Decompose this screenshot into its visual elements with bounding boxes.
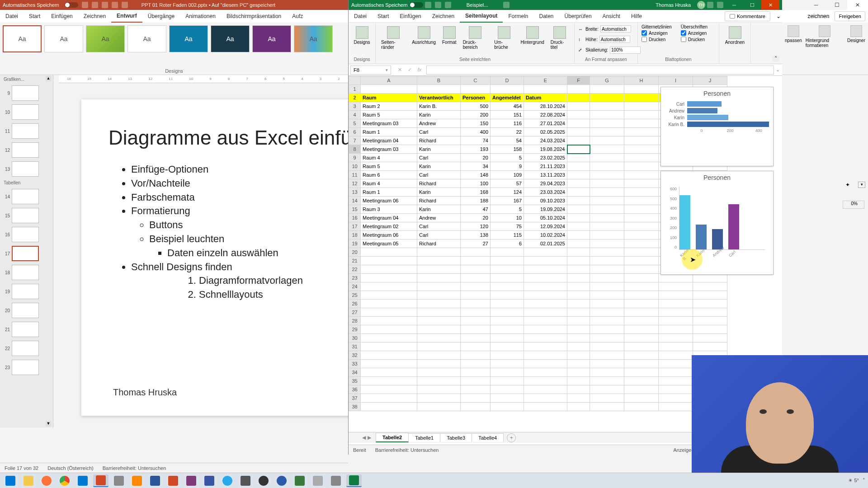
tab-seitenlayout[interactable]: Seitenlayout	[460, 10, 503, 23]
cell[interactable]: Raum 5	[361, 111, 417, 119]
cell[interactable]: Meetingraum 05	[361, 239, 417, 248]
cell[interactable]	[417, 343, 461, 351]
accessibility-check[interactable]: Barrierefreiheit: Untersuchen	[375, 447, 439, 453]
tab-aufzeichnen-end[interactable]: zeichnen	[805, 10, 832, 22]
cell[interactable]	[590, 136, 624, 145]
cell[interactable]	[361, 351, 417, 360]
cell[interactable]	[659, 403, 693, 411]
cell[interactable]	[361, 300, 417, 308]
column-header[interactable]: J	[693, 76, 727, 85]
tab-zeichnen[interactable]: Zeichnen	[78, 10, 111, 22]
cell[interactable]	[461, 317, 491, 325]
design-theme-1[interactable]: Aa	[3, 25, 42, 52]
cell[interactable]	[361, 291, 417, 300]
taskbar-vlc[interactable]	[129, 474, 145, 487]
cell[interactable]: 20	[461, 154, 491, 162]
autosave-toggle[interactable]	[410, 2, 423, 8]
cell[interactable]	[417, 334, 461, 343]
chart-personen-bar[interactable]: Personen CarlAndrewKarinKarin B. 0200400	[660, 87, 774, 166]
cell[interactable]	[624, 111, 659, 119]
cell[interactable]	[361, 248, 417, 257]
cell[interactable]	[624, 343, 659, 351]
column-header[interactable]: H	[624, 76, 659, 85]
tab-ansicht[interactable]: Ansicht	[597, 10, 626, 22]
cell[interactable]	[693, 343, 727, 351]
taskbar-onenote[interactable]	[165, 474, 181, 487]
user-avatar[interactable]: TH	[697, 1, 705, 9]
cell[interactable]	[361, 385, 417, 394]
cell[interactable]	[590, 188, 624, 197]
cell[interactable]	[567, 403, 590, 411]
thumb-scroll-up[interactable]: ▲	[46, 76, 51, 81]
row-header[interactable]: 7	[349, 136, 361, 145]
accept-formula-icon[interactable]: ✓	[406, 67, 414, 73]
slide-thumbnail[interactable]: 16	[0, 225, 53, 244]
cell[interactable]	[567, 111, 590, 119]
cell[interactable]: 109	[491, 171, 524, 179]
cell[interactable]	[590, 248, 624, 257]
cell[interactable]	[417, 377, 461, 385]
tab-daten[interactable]: Daten	[533, 10, 559, 22]
cell[interactable]: 27.01.2024	[524, 119, 567, 128]
margins-button[interactable]: Seiten-ränder	[379, 24, 407, 52]
cell[interactable]	[693, 325, 727, 334]
cell[interactable]: 158	[491, 145, 524, 154]
minimize-button[interactable]: ─	[806, 0, 826, 10]
column-header[interactable]: D	[491, 76, 524, 85]
gridlines-show-checkbox[interactable]	[642, 30, 647, 36]
cell[interactable]	[461, 394, 491, 403]
taskbar-app[interactable]	[292, 474, 307, 487]
cell[interactable]: 400	[461, 128, 491, 136]
cell[interactable]	[624, 257, 659, 265]
cell[interactable]: 23.03.2024	[524, 188, 567, 197]
cell[interactable]	[624, 171, 659, 179]
cell[interactable]	[417, 385, 461, 394]
tab-start[interactable]: Start	[372, 10, 394, 22]
more-qat-icon[interactable]	[122, 2, 128, 8]
cell[interactable]	[524, 360, 567, 368]
cell[interactable]	[693, 334, 727, 343]
cell[interactable]	[567, 205, 590, 214]
cell[interactable]	[417, 394, 461, 403]
row-header[interactable]: 34	[349, 368, 361, 377]
cell[interactable]	[417, 274, 461, 282]
cell[interactable]: 28.10.2024	[524, 102, 567, 111]
cell[interactable]	[590, 334, 624, 343]
cell[interactable]: 193	[461, 145, 491, 154]
design-theme-7[interactable]: Aa	[252, 25, 291, 52]
taskbar-outlook[interactable]	[75, 474, 90, 487]
slide-thumbnail[interactable]: 9	[0, 84, 53, 103]
cell[interactable]: 120	[461, 222, 491, 231]
cell[interactable]	[567, 162, 590, 171]
cell[interactable]: 23.02.2025	[524, 154, 567, 162]
sheet-tab[interactable]: Tabelle3	[440, 433, 472, 442]
cell[interactable]	[659, 334, 693, 343]
cell[interactable]	[567, 94, 590, 102]
cell[interactable]: 24.03.2024	[524, 136, 567, 145]
cell[interactable]	[524, 403, 567, 411]
tab-einfuegen[interactable]: Einfügen	[46, 10, 78, 22]
cell[interactable]	[567, 308, 590, 317]
design-theme-2[interactable]: Aa	[44, 25, 83, 52]
slide-thumbnail[interactable]: 10	[0, 103, 53, 122]
cell[interactable]	[590, 231, 624, 239]
cell[interactable]	[693, 317, 727, 325]
row-header[interactable]: 15	[349, 205, 361, 214]
cell[interactable]	[461, 325, 491, 334]
cell[interactable]: Raum 1	[361, 188, 417, 197]
maximize-button[interactable]: ☐	[826, 0, 847, 10]
comments-button[interactable]: Kommentare	[725, 11, 770, 21]
cell[interactable]	[567, 197, 590, 205]
row-header[interactable]: 35	[349, 377, 361, 385]
cell[interactable]	[361, 317, 417, 325]
cell[interactable]	[461, 360, 491, 368]
cell[interactable]	[567, 248, 590, 257]
cell[interactable]	[693, 291, 727, 300]
cell[interactable]: 34	[461, 162, 491, 171]
cell[interactable]	[461, 351, 491, 360]
cell[interactable]: 5	[491, 154, 524, 162]
cell[interactable]	[417, 85, 461, 94]
cell[interactable]	[567, 188, 590, 197]
chart-bar[interactable]	[679, 195, 690, 249]
cell[interactable]	[491, 360, 524, 368]
